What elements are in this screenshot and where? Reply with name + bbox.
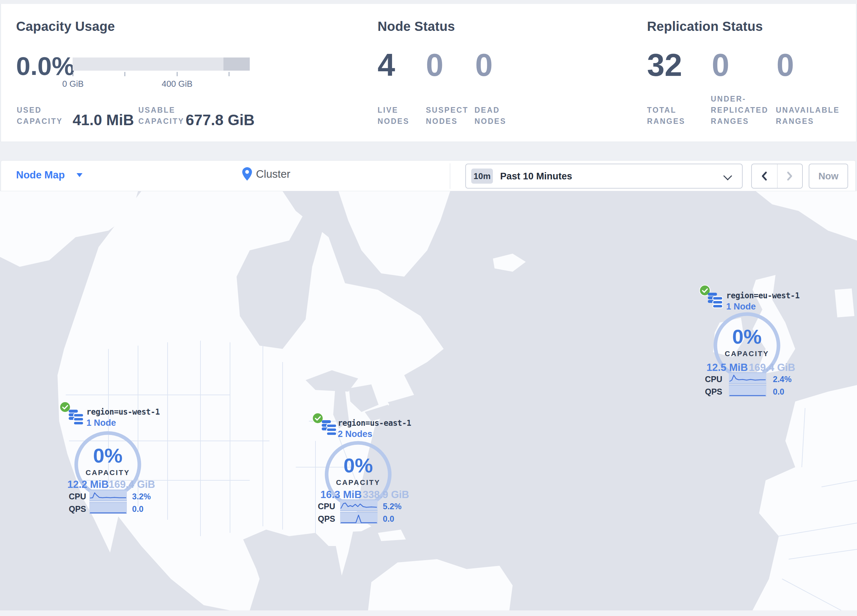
usable-capacity-value: 677.8 GiB bbox=[186, 112, 255, 128]
cpu-sparkline bbox=[90, 489, 127, 501]
world-map-graphic bbox=[0, 191, 857, 610]
live-nodes-label-line1: LIVE bbox=[377, 107, 398, 114]
live-nodes-label-line2: NODES bbox=[377, 117, 410, 125]
gauge-capacity-label: CAPACITY bbox=[322, 479, 394, 487]
unavailable-label-line1: UNAVAILABLE bbox=[776, 107, 840, 114]
cpu-label: CPU bbox=[686, 375, 722, 384]
time-step-forward-button[interactable] bbox=[777, 164, 803, 188]
node-map[interactable]: region=us-west-1 1 Node 0% CAPACITY 12.2… bbox=[0, 191, 857, 610]
capacity-bar bbox=[73, 57, 250, 71]
node-count-link[interactable]: 2 Nodes bbox=[338, 429, 372, 439]
capacity-percent: 0.0% bbox=[16, 53, 74, 79]
region-label: region=us-west-1 bbox=[87, 408, 160, 417]
qps-sparkline bbox=[340, 512, 377, 524]
usable-capacity-label-line1: USABLE bbox=[138, 107, 175, 114]
region-label: region=eu-west-1 bbox=[726, 291, 800, 300]
map-pin-icon bbox=[242, 167, 252, 181]
caret-down-icon bbox=[77, 173, 82, 177]
under-replicated-count: 0 bbox=[712, 49, 729, 81]
qps-sparkline bbox=[729, 385, 766, 397]
cpu-label: CPU bbox=[50, 492, 86, 501]
cluster-overview-page: Capacity Usage 0.0% 0 GiB 400 GiB USED C… bbox=[0, 0, 857, 616]
time-range-dropdown[interactable]: 10m Past 10 Minutes bbox=[465, 164, 743, 188]
axis-tick bbox=[73, 72, 73, 76]
replication-status-title: Replication Status bbox=[647, 19, 763, 34]
cpu-value: 3.2% bbox=[132, 492, 151, 501]
total-ranges-count: 32 bbox=[647, 49, 682, 81]
gauge-percent: 0% bbox=[72, 446, 144, 466]
live-nodes-count: 4 bbox=[377, 49, 395, 81]
gauge-percent: 0% bbox=[322, 455, 394, 476]
under-replicated-label-line2: RANGES bbox=[711, 117, 749, 125]
used-capacity-label-line1: USED bbox=[17, 107, 42, 114]
qps-value: 0.0 bbox=[132, 504, 144, 514]
total-ranges-label-line1: TOTAL bbox=[647, 107, 677, 114]
time-range-badge: 10m bbox=[471, 168, 493, 184]
node-count-link[interactable]: 1 Node bbox=[87, 418, 116, 428]
capacity-usage-title: Capacity Usage bbox=[16, 19, 115, 34]
suspect-nodes-label-line2: NODES bbox=[426, 117, 458, 125]
database-icon bbox=[707, 292, 723, 308]
suspect-nodes-count: 0 bbox=[426, 49, 443, 81]
under-replicated-label-line0: UNDER- bbox=[711, 95, 746, 103]
cpu-label: CPU bbox=[299, 502, 335, 511]
view-selector-dropdown[interactable]: Node Map bbox=[16, 169, 82, 181]
dead-nodes-count: 0 bbox=[475, 49, 493, 81]
time-range-label: Past 10 Minutes bbox=[500, 171, 572, 182]
region-label: region=us-east-1 bbox=[338, 418, 411, 428]
qps-label: QPS bbox=[686, 387, 722, 397]
axis-tick bbox=[229, 72, 229, 76]
usable-capacity: 169.4 GiB bbox=[736, 362, 795, 374]
usable-capacity: 169.4 GiB bbox=[96, 479, 155, 491]
database-icon bbox=[321, 420, 337, 435]
dead-nodes-label-line2: NODES bbox=[475, 117, 506, 125]
now-button-label: Now bbox=[818, 171, 838, 182]
axis-tick bbox=[125, 72, 125, 76]
qps-label: QPS bbox=[50, 504, 86, 514]
node-status-title: Node Status bbox=[377, 19, 455, 34]
gauge-capacity-label: CAPACITY bbox=[72, 468, 144, 477]
used-capacity-value: 41.0 MiB bbox=[73, 112, 134, 128]
chevron-down-icon bbox=[723, 171, 732, 181]
qps-value: 0.0 bbox=[773, 387, 784, 397]
now-button[interactable]: Now bbox=[809, 164, 848, 188]
cpu-sparkline bbox=[729, 372, 766, 384]
total-ranges-label-line2: RANGES bbox=[647, 117, 685, 125]
time-step-control bbox=[751, 164, 803, 188]
unavailable-label-line2: RANGES bbox=[776, 117, 814, 125]
dead-nodes-label-line1: DEAD bbox=[475, 107, 500, 114]
axis-tick bbox=[177, 72, 178, 76]
usable-capacity: 338.9 GiB bbox=[350, 489, 409, 501]
database-icon bbox=[68, 409, 84, 425]
under-replicated-label-line1: REPLICATED bbox=[711, 107, 768, 114]
page-bottom-gutter bbox=[0, 610, 857, 616]
cpu-value: 5.2% bbox=[383, 502, 402, 511]
chevron-right-icon bbox=[785, 170, 794, 182]
axis-label-0: 0 GiB bbox=[46, 79, 99, 89]
unavailable-count: 0 bbox=[777, 49, 794, 81]
time-step-back-button[interactable] bbox=[752, 164, 777, 188]
qps-label: QPS bbox=[299, 514, 335, 524]
chevron-left-icon bbox=[760, 170, 769, 182]
summary-panel: Capacity Usage 0.0% 0 GiB 400 GiB USED C… bbox=[1, 4, 856, 142]
gauge-capacity-label: CAPACITY bbox=[711, 350, 783, 358]
gauge-percent: 0% bbox=[711, 327, 783, 347]
view-selector-label: Node Map bbox=[16, 169, 65, 181]
axis-label-400: 400 GiB bbox=[151, 79, 203, 89]
used-capacity-label-line2: CAPACITY bbox=[17, 117, 63, 125]
capacity-bar-reserved bbox=[223, 57, 250, 71]
usable-capacity-label-line2: CAPACITY bbox=[138, 117, 184, 125]
qps-sparkline bbox=[90, 502, 127, 514]
cpu-value: 2.4% bbox=[773, 375, 792, 384]
cpu-sparkline bbox=[340, 499, 377, 511]
map-toolbar: Node Map Cluster 10m Past 10 Minutes bbox=[1, 160, 856, 191]
qps-value: 0.0 bbox=[383, 514, 394, 524]
breadcrumb-label: Cluster bbox=[256, 168, 291, 181]
breadcrumb[interactable]: Cluster bbox=[242, 167, 291, 181]
suspect-nodes-label-line1: SUSPECT bbox=[426, 107, 469, 114]
